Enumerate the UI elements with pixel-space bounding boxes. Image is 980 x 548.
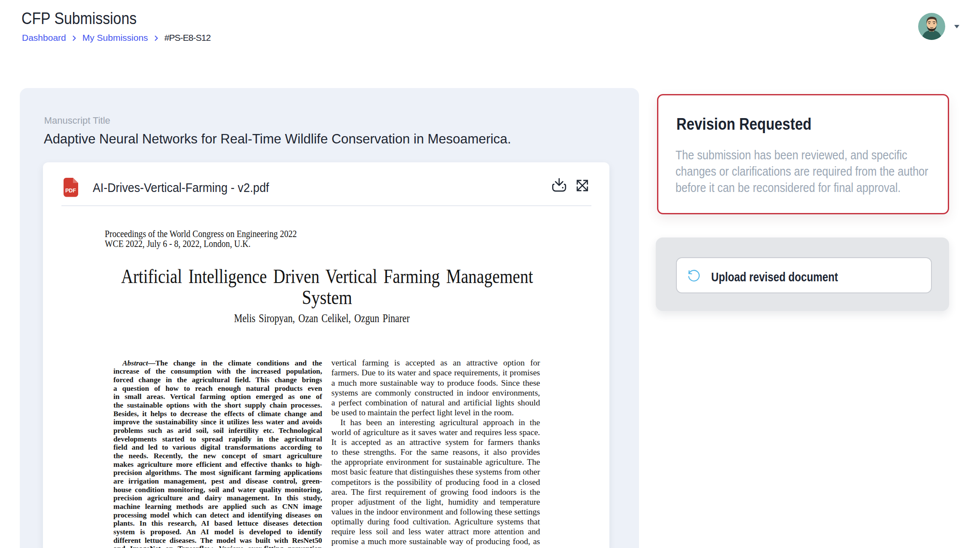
svg-text:PDF: PDF (65, 188, 76, 194)
